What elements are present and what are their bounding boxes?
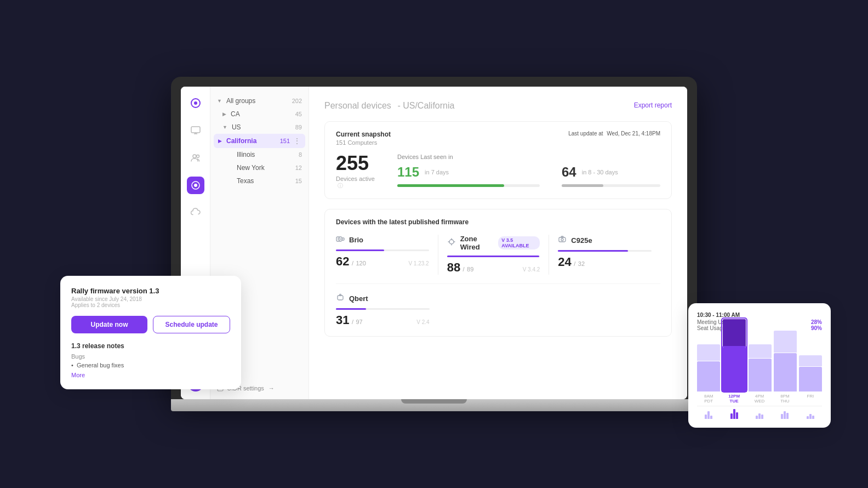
brio-count: 62 — [336, 254, 349, 268]
chart-col-1 — [697, 344, 720, 391]
brio-device-icon — [336, 235, 345, 245]
svg-rect-19 — [561, 236, 563, 237]
devices-seen-section: Devices Last seen in 115 in 7 days — [397, 154, 660, 187]
snapshot-section: Current snapshot 151 Computers Last upda… — [324, 121, 672, 199]
zone-wired-name: Zone Wired — [460, 235, 494, 251]
zone-wired-count: 88 — [447, 260, 460, 274]
snapshot-update-time: Last update at Wed, Dec 21, 4:18PM — [568, 130, 660, 137]
qbert-count: 31 — [336, 313, 349, 327]
brio-total: / — [352, 260, 353, 266]
seen-8-30-label: in 8 - 30 days — [582, 169, 618, 175]
page-header: Personal devices - US/California Export … — [324, 99, 672, 111]
page-title: Personal devices - US/California — [324, 99, 454, 111]
chart-bars — [697, 337, 822, 391]
brio-name: Brio — [349, 236, 363, 244]
svg-point-6 — [196, 155, 199, 158]
sidebar-monitor-icon[interactable] — [187, 122, 204, 139]
svg-point-1 — [194, 101, 197, 105]
devices-seen-title: Devices Last seen in — [397, 154, 660, 160]
firmware-title: Devices with the latest published firmwa… — [336, 218, 660, 226]
sidebar-cloud-icon[interactable] — [187, 204, 204, 222]
svg-rect-17 — [559, 237, 566, 242]
svg-point-16 — [449, 240, 454, 244]
qbert-icon — [336, 293, 345, 304]
nav-all-groups[interactable]: ▼ All groups 202 — [210, 94, 309, 107]
qbert-total: 97 — [356, 319, 362, 325]
firmware-zone-wired: Zone Wired V 3.5 AVAILABLE 88 / 89 — [447, 235, 550, 275]
firmware-qbert: Qbert 31 / 97 V 2.4 — [336, 293, 438, 327]
snapshot-computers-count: 151 Computers — [336, 139, 391, 146]
qbert-version: V 2.4 — [416, 319, 429, 325]
c925e-count: 24 — [558, 255, 571, 269]
seen-8-30-count: 64 — [562, 164, 576, 180]
chart-seat-usage: Seat Usage 90% — [697, 325, 822, 331]
chart-col-3 — [749, 344, 772, 391]
firmware-overlay-card: Rally firmware version 1.3 Available sin… — [60, 276, 241, 389]
devices-active-label: Devices active ⓘ — [336, 175, 378, 190]
chart-x-labels: 8AMPDT 12PMTUE 4PMWED 8PMTHU FRI — [697, 394, 822, 404]
svg-rect-13 — [336, 237, 342, 241]
svg-rect-20 — [338, 296, 343, 300]
c925e-name: C925e — [571, 236, 592, 245]
chart-mini-bars — [697, 406, 822, 419]
svg-point-14 — [338, 238, 340, 240]
schedule-update-button[interactable]: Schedule update — [153, 316, 230, 333]
nav-new-york[interactable]: New York 12 — [210, 161, 309, 174]
brio-total-num: 120 — [356, 260, 366, 266]
seen-7days-count: 115 — [397, 164, 419, 180]
release-notes-title: 1.3 release notes — [71, 342, 230, 350]
firmware-grid: Brio 62 / 120 V 1.2 — [336, 235, 660, 275]
brio-version: V 1.23.2 — [408, 260, 429, 266]
qbert-progress — [336, 308, 430, 310]
firmware-section: Devices with the latest published firmwa… — [324, 209, 672, 337]
nav-us[interactable]: ▼ US 89 — [210, 121, 309, 134]
svg-point-21 — [340, 294, 341, 296]
svg-point-5 — [193, 155, 196, 158]
sidebar-devices-icon[interactable] — [187, 177, 204, 194]
nav-ca[interactable]: ▶ CA 45 — [210, 107, 309, 121]
svg-point-18 — [561, 239, 563, 241]
seen-8-30-bar — [562, 184, 660, 187]
info-icon: ⓘ — [338, 183, 343, 189]
snapshot-label: Current snapshot — [336, 130, 391, 138]
bugs-section-label: Bugs — [71, 353, 230, 360]
svg-point-8 — [194, 184, 197, 187]
chart-overlay-card: 10:30 - 11:00 AM Meeting Usage 28% Seat … — [688, 303, 831, 428]
c925e-progress — [558, 250, 652, 252]
main-content: Personal devices - US/California Export … — [309, 87, 687, 399]
svg-rect-15 — [342, 238, 344, 240]
overlay-firmware-meta: Available since July 24, 2018 Applies to… — [71, 296, 230, 308]
chart-col-5 — [799, 355, 822, 391]
zone-wired-badge: V 3.5 AVAILABLE — [498, 236, 540, 249]
zone-wired-progress — [447, 256, 540, 257]
svg-rect-2 — [191, 127, 200, 133]
overlay-firmware-title: Rally firmware version 1.3 — [71, 287, 230, 295]
seen-7days-bar — [397, 184, 540, 187]
seen-7days-label: in 7 days — [425, 169, 449, 175]
firmware-c925e: C925e 24 / 32 — [558, 235, 660, 275]
brio-progress — [336, 249, 429, 251]
update-now-button[interactable]: Update now — [71, 316, 147, 333]
nav-illinois[interactable]: Illinois 8 — [210, 148, 309, 161]
sidebar-logo[interactable] — [187, 94, 204, 112]
c925e-total: 32 — [578, 260, 585, 267]
more-link[interactable]: More — [71, 372, 230, 378]
firmware-brio: Brio 62 / 120 V 1.2 — [336, 235, 438, 275]
export-button[interactable]: Export report — [634, 101, 672, 109]
c925e-icon — [558, 235, 567, 246]
release-bullet-1: General bug fixes — [71, 362, 230, 368]
devices-active-count: 255 — [336, 154, 378, 173]
chart-meeting-usage: Meeting Usage 28% — [697, 319, 822, 325]
nav-texas[interactable]: Texas 15 — [210, 174, 309, 188]
chart-col-2[interactable] — [722, 319, 746, 391]
firmware-grid-row2: Qbert 31 / 97 V 2.4 — [336, 283, 660, 327]
nav-california[interactable]: ▶ California 151 ⋮ — [214, 134, 305, 148]
qbert-name: Qbert — [349, 294, 368, 303]
zone-wired-version: V 3.4.2 — [523, 266, 540, 273]
zone-wired-icon — [447, 237, 456, 248]
chart-tooltip: 10:30 - 11:00 AM Meeting Usage 28% Seat … — [697, 312, 822, 331]
overlay-firmware-buttons: Update now Schedule update — [71, 316, 230, 333]
sidebar-users-icon[interactable] — [187, 149, 204, 167]
chart-col-4 — [774, 331, 797, 391]
zone-wired-total: 89 — [467, 266, 473, 273]
